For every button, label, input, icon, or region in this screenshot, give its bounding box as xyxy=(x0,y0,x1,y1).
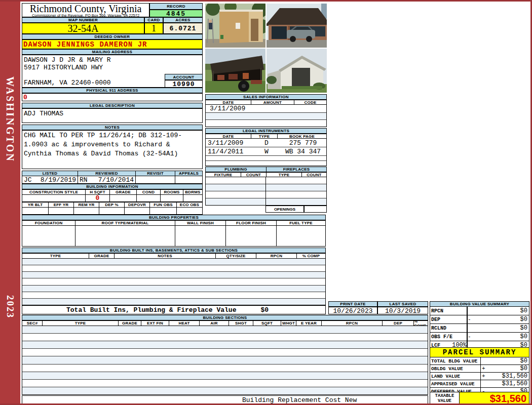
building-properties-header-row: FOUNDATION ROOF TYPE/MATERIAL WALL FINIS… xyxy=(22,220,326,226)
col-bi-grade: GRADE xyxy=(89,254,115,258)
fireplaces-label: FIREPLACES xyxy=(267,167,326,172)
sales-rows: 3/11/2009 xyxy=(205,105,327,127)
taxable-value-row: TAXABLE VALUE $31,560 xyxy=(430,392,529,405)
parcel-summary-label: PARCEL SUMMARY xyxy=(430,347,529,357)
col-depovr: DEPOVR xyxy=(125,202,150,207)
property-photo-shed xyxy=(205,4,265,48)
bvs-value: $0 xyxy=(475,333,529,340)
col-fuel-type: FUEL TYPE xyxy=(277,221,325,225)
col-yr-blt: YR BLT xyxy=(22,202,49,207)
col-eco-obs: ECO OBS xyxy=(177,202,202,207)
col-ext-fin: EXT FIN xyxy=(141,321,169,326)
col-sales-code: CODE xyxy=(294,100,326,104)
building-value-summary-table: RPCN $0 DEP - $0 RCLND $0 OBS F/E - $ xyxy=(430,307,529,350)
property-photos xyxy=(205,4,327,93)
legal-description-label: LEGAL DESCRIPTION xyxy=(22,103,203,108)
building-sections-header-row: SEC# TYPE GRADE EXT FIN HEAT AIR SHGT SQ… xyxy=(22,320,428,326)
col-plumb-count: COUNT xyxy=(241,173,267,177)
col-foundation: FOUNDATION xyxy=(22,221,75,225)
bvs-label: DEP xyxy=(430,315,467,323)
col-fun-obs: FUN OBS xyxy=(150,202,177,207)
col-shgt: SHGT xyxy=(229,321,253,326)
county-title: Richmond County, Virginia xyxy=(22,4,149,13)
col-sec-dep: DEP xyxy=(383,321,414,326)
parcel-summary-table: TOTAL BLDG VALUE $0 OBLDG VALUE + $0 LAN… xyxy=(430,357,529,392)
county-header-box: Richmond County, Virginia Commissioner o… xyxy=(22,3,149,17)
building-sections-label: BUILDING SECTIONS xyxy=(22,315,428,320)
revisit-label: REVISIT xyxy=(136,171,175,176)
notes-line-3: Cynthia Thomas & David Thomas (32-54A1) xyxy=(24,150,178,157)
bvs-row-rclnd: RCLND $0 xyxy=(430,324,529,333)
legal-description-value: ADJ THOMAS xyxy=(22,108,203,123)
mailing-line-2: 5917 HISTORYLAND HWY xyxy=(24,64,103,71)
col-rem-yr: REM YR xyxy=(74,202,99,207)
parcel-row-land: LAND VALUE + $31,560 xyxy=(430,373,529,380)
deeded-owner-label: DEEDED OWNER xyxy=(22,34,203,39)
building-properties-label: BUILDING PROPERTIES xyxy=(22,215,326,220)
parcel-sign: + xyxy=(481,365,489,372)
li-row-2-date: 11/4/2011 xyxy=(206,148,253,155)
appeals-label: APPEALS xyxy=(175,171,202,176)
bvs-label: OBS F/E xyxy=(430,333,467,341)
legal-instrument-empty-row xyxy=(206,161,326,166)
li-row-2-type: W xyxy=(253,148,280,155)
col-whgt: WHGT xyxy=(281,321,296,326)
col-grade: GRADE xyxy=(110,190,137,194)
reviewed-by: RN xyxy=(80,176,88,184)
physical-911-address-label: PHYSICAL 911 ADDRESS xyxy=(22,88,203,93)
h-sqft-value: 0 xyxy=(86,195,110,201)
col-li-type: TYPE xyxy=(251,134,278,138)
review-header-row: LISTED REVIEWED REVISIT APPEALS xyxy=(22,171,203,176)
building-info-value-row-1: 0 xyxy=(22,195,203,202)
built-ins-label: BUILDING BUILT INS, BASEMENTS, ATTICS & … xyxy=(22,248,326,253)
parcel-sign xyxy=(481,357,489,364)
col-heat: HEAT xyxy=(169,321,200,326)
parcel-sign xyxy=(481,380,489,387)
map-number-label: MAP NUMBER xyxy=(22,17,144,23)
building-properties-value-row xyxy=(22,226,326,247)
col-rooms: ROOMS xyxy=(161,190,183,194)
parcel-value: $31,560 xyxy=(489,373,529,380)
sales-row-3 xyxy=(206,120,326,127)
mailing-address-label: MAILING ADDRESS xyxy=(22,49,203,55)
bvs-label: RPCN xyxy=(430,307,467,315)
reviewed-date: 7/10/2014 xyxy=(98,176,134,184)
plumbing-fireplaces-divider xyxy=(265,177,266,206)
parcel-value: $0 xyxy=(489,357,529,364)
record-label: RECORD xyxy=(149,3,203,10)
col-air: AIR xyxy=(200,321,229,326)
footer-text: Building Replacement Cost New xyxy=(242,396,357,404)
listed-date: 8/19/2019 xyxy=(41,176,76,184)
li-row-1-book-page: 275 779 xyxy=(280,139,326,147)
bvs-row-rpcn: RPCN $0 xyxy=(430,307,529,315)
legal-instruments-label: LEGAL INSTRUMENTS xyxy=(205,128,327,134)
openings-label: OPENINGS xyxy=(265,206,304,213)
col-bi-qty-size: QTY/SIZE xyxy=(216,254,256,258)
footer-row: Building Replacement Cost New xyxy=(22,395,428,404)
built-ins-header-row: TYPE GRADE NOTES QTY/SIZE RPCN % COMP xyxy=(22,253,326,259)
parcel-value: $31,560 xyxy=(489,380,529,387)
parcel-row-total-bldg: TOTAL BLDG VALUE $0 xyxy=(430,357,529,365)
col-bdrms: BDRMS xyxy=(183,190,202,194)
col-sec-rpcn: RPCN xyxy=(322,321,383,326)
plumbing-fireplaces-bar: PLUMBING FIREPLACES xyxy=(205,167,327,172)
col-sales-amount: AMOUNT xyxy=(251,100,294,104)
map-number-value: 32-54A xyxy=(22,23,144,34)
built-ins-total-label: Total Built Ins, Plumbing & Fireplace Va… xyxy=(66,306,236,314)
account-value: 10990 xyxy=(165,80,203,88)
taxable-value-amount: $31,560 xyxy=(460,392,529,404)
col-fixture: FIXTURE xyxy=(206,173,241,177)
li-row-1-date: 3/11/2009 xyxy=(206,139,253,147)
last-saved-value: 10/3/2019 xyxy=(377,307,428,314)
tax-year: 2023 xyxy=(5,295,16,318)
mailing-line-3: FARNHAM, VA 22460-0000 xyxy=(24,79,111,87)
parcel-label: APPRAISED VALUE xyxy=(430,380,481,387)
acres-label: ACRES xyxy=(163,17,203,23)
col-li-date: DATE xyxy=(206,134,251,138)
plumbing-label: PLUMBING xyxy=(206,167,267,172)
print-date-label: PRINT DATE xyxy=(328,301,377,307)
sales-information-label: SALES INFORMATION xyxy=(205,94,327,100)
sales-header-row: DATE AMOUNT CODE xyxy=(205,100,327,105)
bvs-value: $0 xyxy=(475,325,529,332)
parcel-value: $0 xyxy=(489,365,529,372)
